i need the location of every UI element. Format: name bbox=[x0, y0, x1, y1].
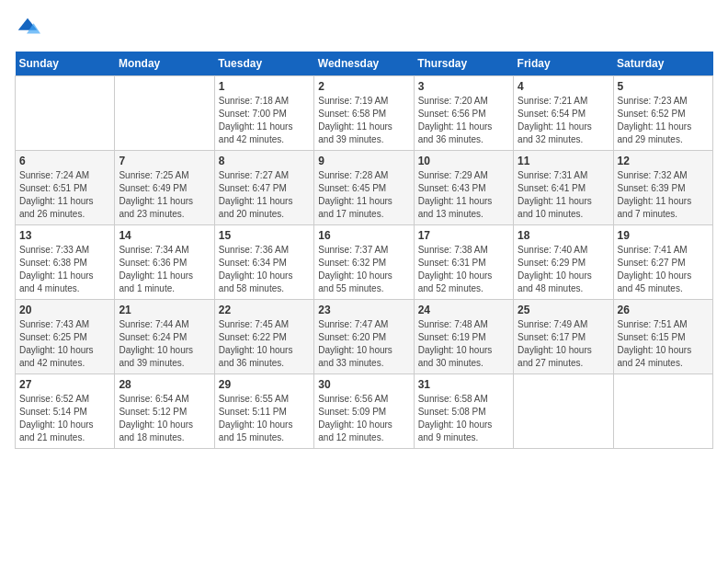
day-info: Sunrise: 7:36 AM Sunset: 6:34 PM Dayligh… bbox=[219, 244, 310, 295]
header-day: Saturday bbox=[613, 52, 712, 76]
day-info: Sunrise: 6:56 AM Sunset: 5:09 PM Dayligh… bbox=[318, 393, 409, 444]
calendar-week: 6Sunrise: 7:24 AM Sunset: 6:51 PM Daylig… bbox=[16, 151, 713, 225]
calendar-cell: 5Sunrise: 7:23 AM Sunset: 6:52 PM Daylig… bbox=[613, 76, 712, 151]
day-number: 13 bbox=[19, 229, 110, 242]
calendar-cell: 14Sunrise: 7:34 AM Sunset: 6:36 PM Dayli… bbox=[115, 225, 214, 300]
calendar-cell: 28Sunrise: 6:54 AM Sunset: 5:12 PM Dayli… bbox=[115, 374, 214, 449]
calendar-cell: 4Sunrise: 7:21 AM Sunset: 6:54 PM Daylig… bbox=[514, 76, 613, 151]
day-info: Sunrise: 7:32 AM Sunset: 6:39 PM Dayligh… bbox=[618, 169, 709, 221]
day-number: 9 bbox=[318, 155, 409, 167]
calendar-week: 13Sunrise: 7:33 AM Sunset: 6:38 PM Dayli… bbox=[16, 225, 713, 300]
logo-icon bbox=[15, 15, 40, 40]
calendar-cell: 6Sunrise: 7:24 AM Sunset: 6:51 PM Daylig… bbox=[16, 151, 115, 225]
day-info: Sunrise: 7:49 AM Sunset: 6:17 PM Dayligh… bbox=[518, 318, 609, 370]
header-row: SundayMondayTuesdayWednesdayThursdayFrid… bbox=[16, 52, 713, 76]
day-info: Sunrise: 7:43 AM Sunset: 6:25 PM Dayligh… bbox=[19, 318, 110, 370]
calendar-cell: 12Sunrise: 7:32 AM Sunset: 6:39 PM Dayli… bbox=[613, 151, 712, 225]
day-number: 18 bbox=[518, 229, 609, 242]
day-number: 16 bbox=[318, 229, 409, 242]
day-number: 4 bbox=[518, 80, 609, 93]
calendar-table: SundayMondayTuesdayWednesdayThursdayFrid… bbox=[15, 52, 713, 449]
day-info: Sunrise: 7:19 AM Sunset: 6:58 PM Dayligh… bbox=[318, 95, 409, 146]
day-info: Sunrise: 7:41 AM Sunset: 6:27 PM Dayligh… bbox=[618, 244, 709, 295]
day-info: Sunrise: 7:27 AM Sunset: 6:47 PM Dayligh… bbox=[219, 169, 310, 221]
calendar-cell: 16Sunrise: 7:37 AM Sunset: 6:32 PM Dayli… bbox=[314, 225, 414, 300]
day-number: 7 bbox=[119, 155, 210, 167]
day-number: 8 bbox=[219, 155, 310, 167]
day-info: Sunrise: 7:40 AM Sunset: 6:29 PM Dayligh… bbox=[518, 244, 609, 295]
calendar-cell bbox=[514, 374, 613, 449]
day-number: 11 bbox=[518, 155, 609, 167]
logo bbox=[15, 15, 44, 40]
header-day: Wednesday bbox=[314, 52, 414, 76]
day-number: 10 bbox=[418, 155, 509, 167]
day-info: Sunrise: 6:55 AM Sunset: 5:11 PM Dayligh… bbox=[219, 393, 310, 444]
calendar-week: 1Sunrise: 7:18 AM Sunset: 7:00 PM Daylig… bbox=[16, 76, 713, 151]
calendar-body: 1Sunrise: 7:18 AM Sunset: 7:00 PM Daylig… bbox=[16, 76, 713, 449]
calendar-cell bbox=[16, 76, 115, 151]
day-info: Sunrise: 7:44 AM Sunset: 6:24 PM Dayligh… bbox=[119, 318, 210, 370]
day-info: Sunrise: 7:18 AM Sunset: 7:00 PM Dayligh… bbox=[219, 95, 310, 146]
day-info: Sunrise: 7:24 AM Sunset: 6:51 PM Dayligh… bbox=[19, 169, 110, 221]
day-info: Sunrise: 7:21 AM Sunset: 6:54 PM Dayligh… bbox=[518, 95, 609, 146]
day-info: Sunrise: 7:25 AM Sunset: 6:49 PM Dayligh… bbox=[119, 169, 210, 221]
day-info: Sunrise: 6:52 AM Sunset: 5:14 PM Dayligh… bbox=[19, 393, 110, 444]
day-info: Sunrise: 7:34 AM Sunset: 6:36 PM Dayligh… bbox=[119, 244, 210, 295]
day-number: 1 bbox=[219, 80, 310, 93]
day-number: 22 bbox=[219, 304, 310, 316]
day-number: 29 bbox=[219, 378, 310, 391]
calendar-cell: 10Sunrise: 7:29 AM Sunset: 6:43 PM Dayli… bbox=[414, 151, 513, 225]
header-day: Monday bbox=[115, 52, 214, 76]
calendar-cell: 17Sunrise: 7:38 AM Sunset: 6:31 PM Dayli… bbox=[414, 225, 513, 300]
calendar-cell: 29Sunrise: 6:55 AM Sunset: 5:11 PM Dayli… bbox=[214, 374, 313, 449]
calendar-cell: 15Sunrise: 7:36 AM Sunset: 6:34 PM Dayli… bbox=[214, 225, 313, 300]
day-info: Sunrise: 7:38 AM Sunset: 6:31 PM Dayligh… bbox=[418, 244, 509, 295]
day-info: Sunrise: 7:33 AM Sunset: 6:38 PM Dayligh… bbox=[19, 244, 110, 295]
calendar-cell: 24Sunrise: 7:48 AM Sunset: 6:19 PM Dayli… bbox=[414, 300, 513, 374]
day-number: 23 bbox=[318, 304, 409, 316]
day-info: Sunrise: 6:54 AM Sunset: 5:12 PM Dayligh… bbox=[119, 393, 210, 444]
day-number: 28 bbox=[119, 378, 210, 391]
day-info: Sunrise: 7:47 AM Sunset: 6:20 PM Dayligh… bbox=[318, 318, 409, 370]
calendar-cell: 20Sunrise: 7:43 AM Sunset: 6:25 PM Dayli… bbox=[16, 300, 115, 374]
day-number: 6 bbox=[19, 155, 110, 167]
calendar-cell: 22Sunrise: 7:45 AM Sunset: 6:22 PM Dayli… bbox=[214, 300, 313, 374]
day-number: 27 bbox=[19, 378, 110, 391]
day-number: 20 bbox=[19, 304, 110, 316]
calendar-cell: 8Sunrise: 7:27 AM Sunset: 6:47 PM Daylig… bbox=[214, 151, 313, 225]
calendar-cell: 19Sunrise: 7:41 AM Sunset: 6:27 PM Dayli… bbox=[613, 225, 712, 300]
day-info: Sunrise: 7:23 AM Sunset: 6:52 PM Dayligh… bbox=[618, 95, 709, 146]
calendar-cell: 2Sunrise: 7:19 AM Sunset: 6:58 PM Daylig… bbox=[314, 76, 414, 151]
day-number: 3 bbox=[418, 80, 509, 93]
calendar-cell: 31Sunrise: 6:58 AM Sunset: 5:08 PM Dayli… bbox=[414, 374, 513, 449]
day-info: Sunrise: 7:48 AM Sunset: 6:19 PM Dayligh… bbox=[418, 318, 509, 370]
day-number: 17 bbox=[418, 229, 509, 242]
day-info: Sunrise: 7:28 AM Sunset: 6:45 PM Dayligh… bbox=[318, 169, 409, 221]
calendar-cell bbox=[115, 76, 214, 151]
calendar-cell: 7Sunrise: 7:25 AM Sunset: 6:49 PM Daylig… bbox=[115, 151, 214, 225]
calendar-cell: 18Sunrise: 7:40 AM Sunset: 6:29 PM Dayli… bbox=[514, 225, 613, 300]
day-info: Sunrise: 7:51 AM Sunset: 6:15 PM Dayligh… bbox=[618, 318, 709, 370]
calendar-cell: 30Sunrise: 6:56 AM Sunset: 5:09 PM Dayli… bbox=[314, 374, 414, 449]
day-number: 15 bbox=[219, 229, 310, 242]
day-number: 14 bbox=[119, 229, 210, 242]
calendar-week: 20Sunrise: 7:43 AM Sunset: 6:25 PM Dayli… bbox=[16, 300, 713, 374]
day-number: 30 bbox=[318, 378, 409, 391]
header-day: Sunday bbox=[16, 52, 115, 76]
day-info: Sunrise: 7:45 AM Sunset: 6:22 PM Dayligh… bbox=[219, 318, 310, 370]
day-info: Sunrise: 7:20 AM Sunset: 6:56 PM Dayligh… bbox=[418, 95, 509, 146]
day-number: 21 bbox=[119, 304, 210, 316]
calendar-cell bbox=[613, 374, 712, 449]
header-day: Thursday bbox=[414, 52, 513, 76]
day-number: 31 bbox=[418, 378, 509, 391]
calendar-cell: 26Sunrise: 7:51 AM Sunset: 6:15 PM Dayli… bbox=[613, 300, 712, 374]
day-info: Sunrise: 7:29 AM Sunset: 6:43 PM Dayligh… bbox=[418, 169, 509, 221]
day-number: 25 bbox=[518, 304, 609, 316]
day-number: 26 bbox=[618, 304, 709, 316]
calendar-cell: 13Sunrise: 7:33 AM Sunset: 6:38 PM Dayli… bbox=[16, 225, 115, 300]
calendar-cell: 25Sunrise: 7:49 AM Sunset: 6:17 PM Dayli… bbox=[514, 300, 613, 374]
calendar-cell: 27Sunrise: 6:52 AM Sunset: 5:14 PM Dayli… bbox=[16, 374, 115, 449]
calendar-cell: 1Sunrise: 7:18 AM Sunset: 7:00 PM Daylig… bbox=[214, 76, 313, 151]
header-day: Tuesday bbox=[214, 52, 313, 76]
calendar-cell: 11Sunrise: 7:31 AM Sunset: 6:41 PM Dayli… bbox=[514, 151, 613, 225]
